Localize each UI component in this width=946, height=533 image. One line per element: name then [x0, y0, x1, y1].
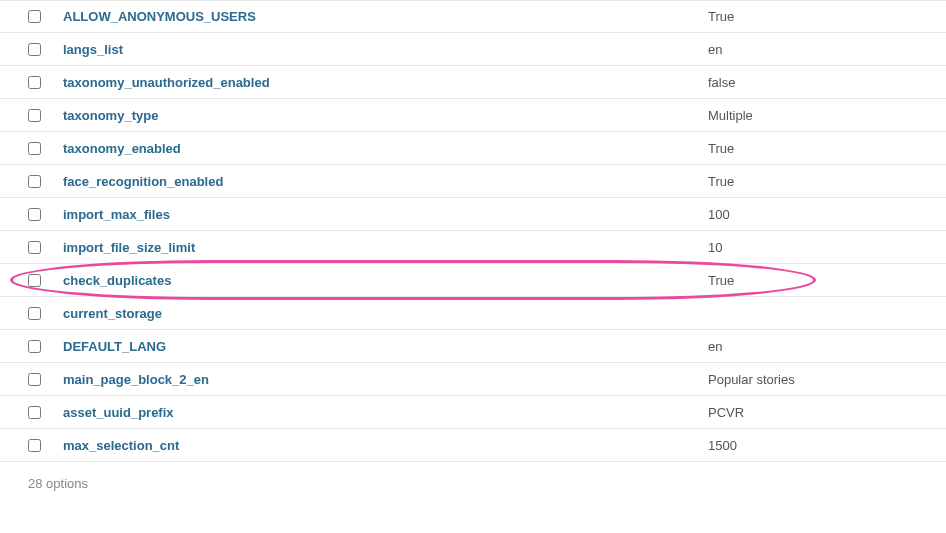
checkbox-cell	[0, 43, 48, 56]
option-key-cell: taxonomy_unauthorized_enabled	[48, 67, 698, 98]
table-row: taxonomy_typeMultiple	[0, 99, 946, 132]
option-key-cell: langs_list	[48, 34, 698, 65]
option-value-cell: True	[698, 1, 946, 32]
checkbox-cell	[0, 175, 48, 188]
checkbox-cell	[0, 10, 48, 23]
option-key-cell: import_max_files	[48, 199, 698, 230]
option-value-cell: 10	[698, 232, 946, 263]
option-value-cell: 100	[698, 199, 946, 230]
row-checkbox[interactable]	[28, 10, 41, 23]
table-row: main_page_block_2_enPopular stories	[0, 363, 946, 396]
option-value-cell: Popular stories	[698, 364, 946, 395]
table-row: import_max_files100	[0, 198, 946, 231]
row-checkbox[interactable]	[28, 43, 41, 56]
option-key-link[interactable]: DEFAULT_LANG	[63, 339, 166, 354]
checkbox-cell	[0, 241, 48, 254]
row-checkbox[interactable]	[28, 208, 41, 221]
table-row: taxonomy_enabledTrue	[0, 132, 946, 165]
option-key-link[interactable]: ALLOW_ANONYMOUS_USERS	[63, 9, 256, 24]
option-key-cell: import_file_size_limit	[48, 232, 698, 263]
row-checkbox[interactable]	[28, 373, 41, 386]
option-key-cell: taxonomy_enabled	[48, 133, 698, 164]
options-count-footer: 28 options	[0, 462, 946, 505]
option-value-cell: PCVR	[698, 397, 946, 428]
option-key-link[interactable]: taxonomy_enabled	[63, 141, 181, 156]
option-value-cell: True	[698, 265, 946, 296]
row-checkbox[interactable]	[28, 439, 41, 452]
row-checkbox[interactable]	[28, 109, 41, 122]
checkbox-cell	[0, 340, 48, 353]
row-checkbox[interactable]	[28, 142, 41, 155]
row-checkbox[interactable]	[28, 241, 41, 254]
option-value-cell: en	[698, 34, 946, 65]
row-checkbox[interactable]	[28, 76, 41, 89]
checkbox-cell	[0, 439, 48, 452]
option-value-cell: True	[698, 166, 946, 197]
option-value-cell: en	[698, 331, 946, 362]
table-row: langs_listen	[0, 33, 946, 66]
row-checkbox[interactable]	[28, 274, 41, 287]
option-key-cell: max_selection_cnt	[48, 430, 698, 461]
table-row: check_duplicatesTrue	[0, 264, 946, 297]
option-key-cell: check_duplicates	[48, 265, 698, 296]
checkbox-cell	[0, 208, 48, 221]
row-checkbox[interactable]	[28, 340, 41, 353]
option-key-cell: current_storage	[48, 298, 698, 329]
checkbox-cell	[0, 142, 48, 155]
table-row: taxonomy_unauthorized_enabledfalse	[0, 66, 946, 99]
table-row: asset_uuid_prefixPCVR	[0, 396, 946, 429]
checkbox-cell	[0, 406, 48, 419]
option-key-link[interactable]: face_recognition_enabled	[63, 174, 223, 189]
row-checkbox[interactable]	[28, 307, 41, 320]
checkbox-cell	[0, 373, 48, 386]
option-key-link[interactable]: langs_list	[63, 42, 123, 57]
row-checkbox[interactable]	[28, 175, 41, 188]
option-value-cell: 1500	[698, 430, 946, 461]
option-value-cell: Multiple	[698, 100, 946, 131]
table-row: DEFAULT_LANGen	[0, 330, 946, 363]
option-key-cell: main_page_block_2_en	[48, 364, 698, 395]
checkbox-cell	[0, 307, 48, 320]
option-value-cell	[698, 305, 946, 321]
option-key-link[interactable]: asset_uuid_prefix	[63, 405, 174, 420]
table-row: face_recognition_enabledTrue	[0, 165, 946, 198]
option-key-link[interactable]: taxonomy_unauthorized_enabled	[63, 75, 270, 90]
option-key-link[interactable]: max_selection_cnt	[63, 438, 179, 453]
checkbox-cell	[0, 274, 48, 287]
option-key-link[interactable]: current_storage	[63, 306, 162, 321]
table-row: ALLOW_ANONYMOUS_USERSTrue	[0, 0, 946, 33]
option-key-cell: DEFAULT_LANG	[48, 331, 698, 362]
option-key-link[interactable]: taxonomy_type	[63, 108, 158, 123]
options-table: ALLOW_ANONYMOUS_USERSTruelangs_listentax…	[0, 0, 946, 462]
table-row: current_storage	[0, 297, 946, 330]
option-value-cell: false	[698, 67, 946, 98]
row-checkbox[interactable]	[28, 406, 41, 419]
checkbox-cell	[0, 109, 48, 122]
table-row: max_selection_cnt1500	[0, 429, 946, 462]
option-key-cell: face_recognition_enabled	[48, 166, 698, 197]
option-key-link[interactable]: import_file_size_limit	[63, 240, 195, 255]
option-value-cell: True	[698, 133, 946, 164]
table-row: import_file_size_limit10	[0, 231, 946, 264]
option-key-cell: taxonomy_type	[48, 100, 698, 131]
option-key-link[interactable]: check_duplicates	[63, 273, 171, 288]
checkbox-cell	[0, 76, 48, 89]
option-key-link[interactable]: main_page_block_2_en	[63, 372, 209, 387]
option-key-cell: asset_uuid_prefix	[48, 397, 698, 428]
option-key-link[interactable]: import_max_files	[63, 207, 170, 222]
option-key-cell: ALLOW_ANONYMOUS_USERS	[48, 1, 698, 32]
